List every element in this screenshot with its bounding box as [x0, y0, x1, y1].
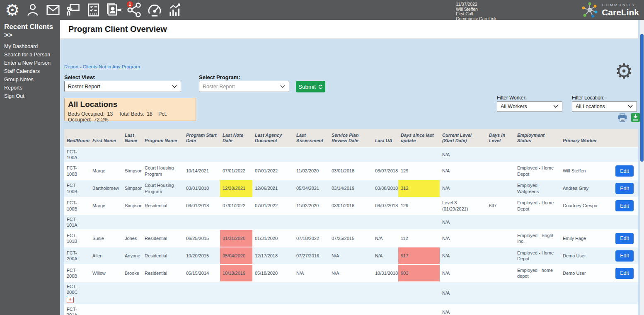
- cell-bed: FCT-100B: [64, 162, 90, 180]
- vertical-scrollbar[interactable]: [640, 20, 644, 315]
- cell-days: 112: [398, 230, 440, 247]
- cell-start: [184, 282, 220, 305]
- report-settings-gear-icon[interactable]: ⚙: [615, 61, 633, 82]
- cell-days: [398, 282, 440, 305]
- forms-checklist-icon[interactable]: [85, 1, 103, 19]
- logo-carelink-text: CareLink: [602, 8, 639, 17]
- cell-note: [220, 305, 252, 315]
- cell-dlevel: [487, 147, 515, 162]
- person-icon[interactable]: [24, 1, 42, 19]
- cell-actions: Edit: [608, 180, 638, 197]
- topbar: ⚙ 1: [0, 0, 644, 20]
- cell-level: N/A: [440, 264, 487, 282]
- cell-level: N/A: [440, 247, 487, 264]
- cell-emp: [515, 305, 560, 315]
- table-row: FCT-201AN/A: [64, 305, 638, 315]
- cell-ua: 03/08/2018: [373, 180, 398, 197]
- cell-level: N/A: [440, 180, 487, 197]
- bed-label: FCT-200C: [67, 284, 87, 296]
- sidebar-item-sign-out[interactable]: Sign Out: [0, 92, 60, 100]
- submit-button[interactable]: Submit: [296, 81, 325, 92]
- sidebar-item-reports[interactable]: Reports: [0, 84, 60, 92]
- edit-button[interactable]: Edit: [615, 250, 634, 262]
- filter-worker-dropdown[interactable]: All Workers: [497, 101, 562, 112]
- sidebar-item-my-dashboard[interactable]: My Dashboard: [0, 42, 60, 51]
- select-program-label: Select Program:: [199, 74, 240, 80]
- analytics-icon[interactable]: [166, 1, 184, 19]
- cell-note: 07/01/2022: [220, 162, 252, 180]
- edit-button[interactable]: Edit: [615, 233, 634, 244]
- cell-review: [329, 215, 373, 230]
- scrollbar-thumb[interactable]: [640, 34, 644, 162]
- edit-button[interactable]: Edit: [615, 200, 634, 211]
- sidebar-item-search-person[interactable]: Search for a Person: [0, 51, 60, 59]
- cell-assess: 11/02/2020: [294, 197, 329, 215]
- sidebar-item-staff-calendars[interactable]: Staff Calendars: [0, 67, 60, 75]
- roster-table-body: FCT-100AN/AFCT-100BMargeSimpsonCourt Hou…: [64, 147, 638, 315]
- cell-last: [122, 305, 142, 315]
- cell-note: 12/30/2021: [220, 180, 252, 197]
- edit-button[interactable]: Edit: [615, 183, 634, 194]
- select-view-value: Roster Report: [68, 84, 100, 90]
- cell-review: [329, 282, 373, 305]
- cell-ua: [373, 282, 398, 305]
- cell-first: [90, 282, 122, 305]
- roster-table-header: Bed/Room First Name Last Name Program Na…: [64, 129, 638, 147]
- cell-last: Anyone: [122, 247, 142, 264]
- cell-dlevel: [487, 247, 515, 264]
- chevron-down-icon: [628, 105, 633, 108]
- cell-level: Level 3 (01/29/2021): [440, 197, 487, 215]
- mail-icon[interactable]: [44, 1, 62, 19]
- col-last-ua: Last UA: [373, 129, 398, 147]
- share-network-icon[interactable]: 1: [125, 1, 143, 19]
- sidebar-item-group-notes[interactable]: Group Notes: [0, 75, 60, 84]
- gauge-icon[interactable]: [145, 1, 164, 19]
- cell-ua: 03/07/2018: [373, 197, 398, 215]
- logo-community-text: COMMUNITY: [602, 3, 639, 7]
- cell-start: [184, 147, 220, 162]
- cell-worker: [560, 147, 608, 162]
- cell-dlevel: 647: [487, 197, 515, 215]
- filter-worker-value: All Workers: [501, 104, 527, 109]
- select-view-dropdown[interactable]: Roster Report: [64, 81, 181, 92]
- cell-program: Residential: [142, 230, 184, 247]
- col-days-in-level: Days In Level: [487, 129, 515, 147]
- cell-last: Simpson: [122, 180, 142, 197]
- training-icon[interactable]: [64, 1, 82, 19]
- add-client-icon[interactable]: +: [67, 297, 74, 303]
- cell-bed: FCT-200A: [64, 247, 90, 264]
- col-actions: [608, 129, 638, 147]
- edit-button[interactable]: Edit: [615, 268, 634, 279]
- cell-start: 03/01/2018: [184, 180, 220, 197]
- cell-agency: [252, 282, 294, 305]
- select-program-dropdown[interactable]: Roster Report: [199, 81, 289, 92]
- sidebar-item-enter-new-person[interactable]: Enter a New Person: [0, 59, 60, 67]
- cell-note: [220, 282, 252, 305]
- cell-review: N/A: [329, 264, 373, 282]
- col-days-since-last-update: Days since last update: [398, 129, 440, 147]
- cell-program: Court Housing Program: [142, 180, 184, 197]
- download-export-icon[interactable]: [631, 113, 640, 122]
- cell-agency: [252, 147, 294, 162]
- cell-last: Jones: [122, 230, 142, 247]
- cell-actions: Edit: [608, 264, 638, 282]
- edit-button[interactable]: Edit: [615, 165, 634, 177]
- filter-location-dropdown[interactable]: All Locations: [572, 101, 637, 112]
- cell-last: [122, 147, 142, 162]
- cell-bed: FCT-100B: [64, 197, 90, 215]
- cell-actions: [608, 147, 638, 162]
- client-referral-icon[interactable]: [105, 1, 123, 19]
- settings-gear-icon[interactable]: ⚙: [3, 1, 22, 19]
- print-icon[interactable]: [617, 113, 627, 124]
- main-panel: Program Client Overview Report - Clients…: [60, 20, 644, 315]
- cell-first: Allen: [90, 247, 122, 264]
- cell-ua: N/A: [373, 230, 398, 247]
- cell-program: Residential: [142, 264, 184, 282]
- notification-badge: 1: [127, 1, 133, 7]
- recent-clients-header[interactable]: Recent Clients >>: [0, 20, 60, 42]
- clients-not-in-program-link[interactable]: Report - Clients Not in Any Program: [64, 64, 140, 69]
- pct-occupied-value: 72.2%: [94, 117, 108, 123]
- cell-program: Residential: [142, 197, 184, 215]
- col-first-name: First Name: [90, 129, 122, 147]
- filter-worker-label: Filter Worker:: [497, 95, 527, 101]
